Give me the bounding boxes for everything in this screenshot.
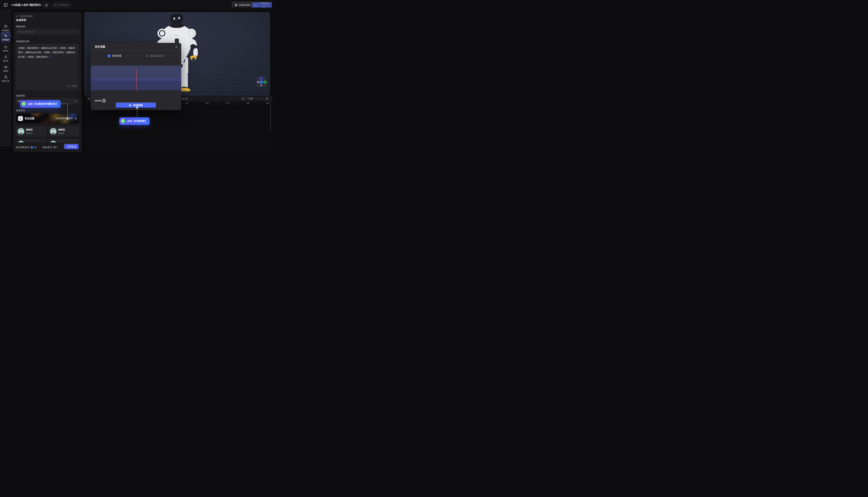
voiceover-content-text: 大家好，我是灵犀X2，很高兴认识大家，大家好，我是灵犀X2，很高兴认识大家，大家… <box>18 47 75 58</box>
tooltip1-target-dot <box>67 118 68 119</box>
file-unsaved-button[interactable]: 文件未保存 <box>52 2 71 8</box>
recording-waveform-area <box>91 66 181 90</box>
zoom-slider-track[interactable] <box>251 98 264 99</box>
sidebar-item-motion-library[interactable]: 动作库 <box>0 55 11 62</box>
robot-face-icon <box>4 45 8 49</box>
recording-playhead[interactable] <box>136 69 137 90</box>
ruler-tick <box>237 102 238 104</box>
step-2-badge: 2 <box>146 54 149 57</box>
deploy-to-device-button[interactable]: 下发到设备 <box>252 2 272 8</box>
material-name-input[interactable]: 请输入素材名称 <box>16 29 79 35</box>
axis-gizmo[interactable]: Z X Y <box>256 77 267 87</box>
top-bar: A1机器人动作-我的项目1 文件未保存 <box>0 0 272 10</box>
voice-card[interactable]: 稚晖君 普通话 <box>16 126 47 137</box>
cloud-x-icon <box>54 3 57 6</box>
music-file-icon <box>18 116 23 121</box>
ruler-label: 14S <box>246 102 250 104</box>
recording-elapsed-time: 00:00 <box>95 99 101 102</box>
guide-step-1-text: 点击【生成你的专属音色】 <box>28 102 58 105</box>
axis-z-handle[interactable]: Z <box>260 77 263 80</box>
modal-divider <box>91 50 181 51</box>
sidebar-item-motion-mimic[interactable]: 动作模仿 <box>0 25 11 32</box>
axis-x-handle[interactable]: X <box>264 81 267 84</box>
ruler-label: 16S <box>266 102 270 104</box>
step-1-badge: 1 <box>108 54 111 57</box>
voice-clone-banner[interactable]: 音色克隆 生成你的专属音色 <box>16 113 79 123</box>
voice-label: 选择音色 <box>16 109 25 112</box>
voiceover-content-textarea[interactable]: 大家好，我是灵犀X2，很高兴认识大家，大家好，我是灵犀X2，很高兴认识大家，大家… <box>16 44 79 90</box>
voice-name: 稚晖君 <box>58 128 65 131</box>
generate-label: 立即生成 <box>67 145 76 148</box>
voice-card[interactable]: 稚晖君 普通话 <box>48 126 79 137</box>
play-icon <box>103 100 105 101</box>
close-icon[interactable] <box>174 45 178 49</box>
sidebar-item-label: 音频编排 <box>2 39 10 41</box>
ruler-label: 10S <box>205 102 209 104</box>
consume-label: 本次消耗灵石 <box>16 146 29 149</box>
sidebar-item-label: 我的任务 <box>2 80 10 82</box>
sidebar-item-label: 音频库 <box>3 70 9 72</box>
sidebar-item-expression-library[interactable]: 表情库 <box>0 45 11 52</box>
zoom-in-icon[interactable] <box>265 97 268 100</box>
name-label: 编辑名称 <box>16 25 25 28</box>
app-window: A1机器人动作-我的项目1 文件未保存 <box>0 0 272 153</box>
guide-step-2-badge: 2 <box>121 119 125 123</box>
tooltip1-connector-horizontal <box>61 104 68 104</box>
axis-x-label: X <box>265 81 266 83</box>
sidebar: 动作模仿 音频编排 表情库 <box>0 10 11 147</box>
gem-icon <box>30 146 33 148</box>
sidebar-item-label: 动作库 <box>3 60 9 62</box>
step-1-label: 录制音频 <box>112 54 121 57</box>
generate-now-button[interactable]: 立即生成 <box>64 144 79 150</box>
sparkles-icon <box>4 34 8 38</box>
material-name-placeholder: 请输入素材名称 <box>18 30 34 33</box>
emotion-label: 选择情绪 <box>16 94 25 97</box>
voice-lang: 普通话 <box>26 132 33 135</box>
robot-download-icon <box>254 4 257 6</box>
preview-play-button[interactable] <box>102 99 106 102</box>
avatar <box>50 128 57 135</box>
start-recording-button[interactable]: 开始录制 <box>116 102 156 108</box>
person-icon <box>4 55 8 59</box>
voice-clone-title: 音色克隆 <box>25 117 34 120</box>
save-button[interactable]: 合成并保存 <box>232 2 253 8</box>
arrow-right-icon <box>74 117 77 119</box>
text-cursor <box>50 56 51 58</box>
cost-row: 本次消耗灵石 10 剩余灵石 300 <box>16 146 57 149</box>
axis-negative-z-dot[interactable] <box>260 84 262 86</box>
back-to-audio-arrange[interactable]: 返回音频编排 <box>16 15 33 18</box>
zoom-out-icon[interactable] <box>247 97 250 100</box>
floppy-icon <box>235 4 237 6</box>
clapperboard-icon <box>4 25 8 28</box>
deploy-button-label: 下发到设备 <box>258 2 270 8</box>
sidebar-item-my-tasks[interactable]: 我的任务 <box>0 75 11 82</box>
app-logo-icon <box>3 3 8 7</box>
zoom-slider-handle[interactable] <box>251 98 252 99</box>
voice-clone-cta: 生成你的专属音色 <box>55 117 77 120</box>
axis-z-label: Z <box>261 77 262 79</box>
task-list-icon <box>4 75 8 79</box>
guide-tooltip-2: 2 点击【开始录制】 <box>119 117 150 125</box>
edit-title-button[interactable] <box>43 2 50 8</box>
guide-step-1-badge: 1 <box>22 102 26 106</box>
content-label: 描述配音内容 <box>16 40 29 43</box>
modal-title: 音色克隆 <box>95 45 105 48</box>
back-arrow-icon <box>16 15 18 17</box>
consume-value: 10 <box>34 146 37 148</box>
save-button-label: 合成并保存 <box>239 3 250 6</box>
trash-icon[interactable] <box>88 97 90 100</box>
guide-tooltip-1: 1 点击【生成你的专属音色】 <box>20 100 60 108</box>
timeline-track-area[interactable] <box>86 105 272 153</box>
ruler-label: 12S <box>226 102 229 104</box>
chevron-down-icon <box>74 100 77 102</box>
ruler-label: 8S <box>186 102 188 104</box>
axis-y-handle[interactable]: Y <box>260 81 263 84</box>
fit-to-width-icon[interactable] <box>241 97 245 100</box>
start-recording-label: 开始录制 <box>133 104 143 107</box>
timeline-scrollbar[interactable] <box>270 105 271 130</box>
ruler-tick <box>257 102 258 104</box>
sidebar-item-audio-library[interactable]: 音频库 <box>0 65 11 72</box>
axis-negative-x-dot[interactable] <box>257 81 259 83</box>
sidebar-item-audio-arrange[interactable]: 音频编排 <box>0 34 11 41</box>
step-2-label: 确认对应文本 <box>151 54 165 57</box>
